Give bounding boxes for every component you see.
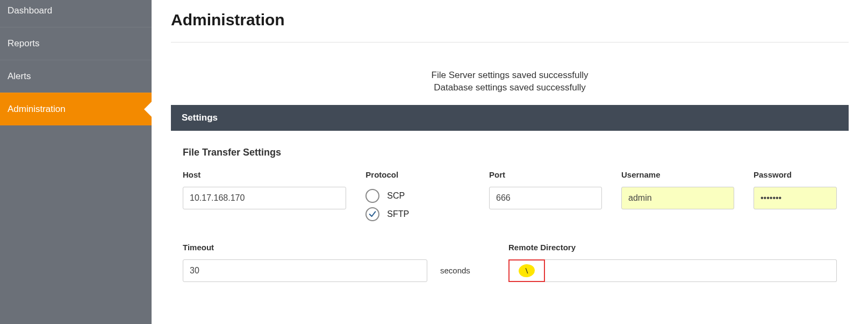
sidebar-item-dashboard[interactable]: Dashboard <box>0 0 152 27</box>
sidebar-item-reports[interactable]: Reports <box>0 27 152 60</box>
field-host: Host <box>183 170 346 209</box>
timeout-label: Timeout <box>183 243 489 252</box>
main-content: Administration File Server settings save… <box>152 0 868 324</box>
field-remote-directory: Remote Directory \ <box>508 243 837 282</box>
protocol-radio-label-sftp: SFTP <box>387 209 409 219</box>
username-input[interactable] <box>621 187 734 209</box>
radio-circle-icon <box>365 207 379 221</box>
timeout-suffix: seconds <box>440 266 470 275</box>
sidebar-item-label: Alerts <box>8 71 31 81</box>
password-label: Password <box>754 170 837 179</box>
field-username: Username <box>621 170 734 209</box>
highlight-icon: \ <box>518 264 535 278</box>
port-label: Port <box>489 170 602 179</box>
protocol-radio-label-scp: SCP <box>387 191 405 201</box>
settings-panel-header: Settings <box>171 105 849 131</box>
protocol-radio-sftp[interactable]: SFTP <box>365 207 470 221</box>
status-line-1: File Server settings saved successfully <box>171 69 849 82</box>
port-input[interactable] <box>489 187 602 209</box>
settings-panel-title: Settings <box>182 112 218 123</box>
form-row-2: Timeout seconds Remote Directory \ <box>183 243 837 282</box>
field-timeout: Timeout seconds <box>183 243 489 282</box>
settings-panel-body: File Transfer Settings Host Protocol SCP <box>171 131 849 309</box>
section-title: File Transfer Settings <box>183 147 837 158</box>
protocol-radio-scp[interactable]: SCP <box>365 189 470 203</box>
field-password: Password <box>754 170 837 209</box>
protocol-radio-group: SCP SFTP <box>365 187 470 221</box>
check-icon <box>368 210 377 219</box>
username-label: Username <box>621 170 734 179</box>
sidebar-item-label: Reports <box>8 38 40 48</box>
host-label: Host <box>183 170 346 179</box>
remote-dir-label: Remote Directory <box>508 243 837 252</box>
remote-dir-input[interactable] <box>545 259 837 282</box>
sidebar-item-administration[interactable]: Administration <box>0 93 152 125</box>
host-input[interactable] <box>183 187 346 209</box>
password-input[interactable] <box>754 187 837 209</box>
field-port: Port <box>489 170 602 209</box>
sidebar-item-label: Dashboard <box>8 5 52 16</box>
form-row-1: Host Protocol SCP <box>183 170 837 221</box>
remote-dir-addon[interactable]: \ <box>508 259 545 282</box>
radio-circle-icon <box>365 189 379 203</box>
status-line-2: Database settings saved successfully <box>171 82 849 94</box>
sidebar-item-alerts[interactable]: Alerts <box>0 60 152 93</box>
field-protocol: Protocol SCP SFTP <box>365 170 470 221</box>
page-title: Administration <box>171 11 849 43</box>
status-messages: File Server settings saved successfully … <box>171 43 849 105</box>
remote-dir-addon-text: \ <box>525 266 528 275</box>
sidebar-item-label: Administration <box>8 104 66 114</box>
timeout-input[interactable] <box>183 259 427 282</box>
sidebar: Dashboard Reports Alerts Administration <box>0 0 152 324</box>
protocol-label: Protocol <box>365 170 470 179</box>
